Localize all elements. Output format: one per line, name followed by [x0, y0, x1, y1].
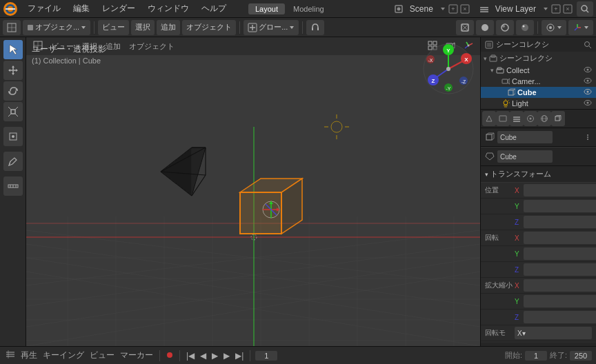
next-frame-button[interactable]: ▶	[222, 351, 231, 361]
overlay-button[interactable]	[542, 20, 566, 35]
editor-type-button[interactable]	[3, 20, 21, 35]
prop-extra-icon[interactable]	[584, 133, 592, 141]
rotation-x-field[interactable]	[524, 232, 596, 244]
svg-rect-187	[513, 121, 520, 122]
props-view-layer-tab[interactable]	[510, 111, 524, 126]
tab-modeling[interactable]: Modeling	[286, 3, 331, 14]
viewport-object-menu[interactable]: オブジェクト	[126, 41, 177, 52]
jump-start-button[interactable]: |◀	[185, 351, 196, 361]
light-icon	[501, 99, 510, 108]
svg-point-206	[587, 136, 588, 138]
keying-menu[interactable]: キーイング	[41, 350, 86, 361]
magnet-button[interactable]	[306, 20, 324, 35]
scale-x-field[interactable]	[524, 279, 596, 292]
svg-point-62	[12, 135, 14, 138]
timeline-sep-3	[250, 350, 250, 361]
outliner-item-light[interactable]: ▾ Light	[481, 98, 596, 109]
measure-tool[interactable]	[3, 176, 23, 196]
scene-collection-icon	[489, 54, 497, 63]
transform-tool[interactable]	[3, 127, 23, 146]
transform2-icon	[8, 131, 19, 142]
svg-marker-46	[584, 26, 588, 29]
location-z-field[interactable]	[524, 216, 596, 228]
scale-y-field[interactable]	[524, 295, 596, 307]
outliner-scene-collection[interactable]: ▾ シーンコレクシ	[481, 52, 596, 65]
gizmo-button[interactable]	[568, 20, 593, 35]
props-scene-tab[interactable]	[524, 111, 537, 126]
playback-menu[interactable]: 再生	[19, 350, 39, 361]
prev-frame-button[interactable]: ◀	[199, 351, 208, 361]
add-menu-button[interactable]: 追加	[157, 20, 180, 35]
location-x-field[interactable]	[524, 184, 596, 196]
view-menu-button[interactable]: ビュー	[98, 20, 129, 35]
location-y-field[interactable]	[524, 200, 596, 212]
menu-edit[interactable]: 編集	[68, 1, 95, 16]
move-tool[interactable]	[3, 61, 23, 80]
marker-menu[interactable]: マーカー	[119, 350, 155, 361]
svg-text:+: +	[554, 6, 557, 12]
separator-2	[239, 21, 240, 34]
start-frame[interactable]: 1	[525, 351, 547, 361]
rotation-y-field[interactable]	[524, 247, 596, 260]
svg-point-37	[502, 25, 505, 28]
location-y-row: Y 🔒	[481, 199, 596, 214]
cube-label: Cube	[517, 88, 537, 97]
select-menu-button[interactable]: 選択	[131, 20, 155, 35]
outliner-item-cube[interactable]: ▾ Cube	[481, 87, 596, 98]
menu-help[interactable]: ヘルプ	[196, 1, 232, 16]
annotate-tool[interactable]	[3, 152, 23, 171]
record-icon	[166, 352, 173, 358]
menu-render[interactable]: レンダー	[97, 1, 141, 16]
rotation-mode-select[interactable]: X▾	[515, 327, 592, 339]
data-name-field[interactable]	[497, 150, 553, 163]
transform-button[interactable]: グロー...	[244, 20, 299, 35]
tab-layout[interactable]: Layout	[248, 3, 285, 14]
scale-tool[interactable]	[3, 102, 23, 121]
camera-visibility[interactable]	[584, 77, 592, 85]
play-button[interactable]: ▶	[210, 351, 219, 361]
jump-end-button[interactable]: ▶|	[234, 351, 245, 361]
timeline-type-button[interactable]	[4, 350, 17, 361]
props-output-tab[interactable]	[496, 111, 510, 126]
outliner-item-camera[interactable]: ▾ Camer...	[481, 76, 596, 87]
viewport[interactable]: ビュー 選択 追加 オブジェクト	[26, 37, 480, 346]
outliner-search-icon[interactable]	[584, 41, 592, 49]
svg-line-177	[508, 101, 509, 101]
search-button[interactable]	[577, 1, 593, 17]
separator-1	[94, 21, 95, 34]
rotation-z-field[interactable]	[524, 263, 596, 276]
svg-rect-193	[555, 117, 559, 121]
scene-label[interactable]: Scene	[406, 3, 437, 15]
scale-z-field[interactable]	[524, 311, 596, 323]
viewport-shading-solid[interactable]	[476, 20, 494, 35]
current-frame[interactable]: 1	[255, 351, 277, 361]
outliner-item-collection[interactable]: ▾ Collect	[481, 65, 596, 76]
props-render-tab[interactable]	[482, 111, 496, 126]
navigation-gizmo[interactable]: X Y Z -X -Y -Z	[422, 43, 475, 95]
rotate-tool[interactable]	[3, 81, 23, 101]
props-object-tab[interactable]	[551, 111, 565, 126]
cube-visibility[interactable]	[584, 88, 592, 97]
timeline-view-menu[interactable]: ビュー	[88, 350, 116, 361]
menu-window[interactable]: ウィンドウ	[142, 1, 195, 16]
end-frame[interactable]: 250	[570, 351, 592, 361]
viewport-shading-material[interactable]	[496, 20, 514, 35]
object-menu-button[interactable]: オブジェクト	[182, 20, 236, 35]
delta-transform-section[interactable]: ▸ デルタトランス	[481, 343, 596, 346]
props-world-tab[interactable]	[537, 111, 551, 126]
mode-select-button[interactable]: オブジェク...	[23, 20, 90, 35]
start-label: 開始:	[505, 350, 522, 361]
select-tool[interactable]	[3, 40, 23, 59]
light-visibility[interactable]	[584, 99, 592, 108]
menu-file[interactable]: ファイル	[22, 1, 66, 16]
collection-visibility[interactable]	[584, 66, 592, 74]
viewport-shading-render[interactable]	[516, 20, 534, 35]
viewport-shading-wire[interactable]	[456, 20, 474, 35]
eye-camera-icon	[584, 77, 592, 84]
view-layer-label[interactable]: View Layer	[491, 3, 540, 15]
record-button[interactable]	[165, 351, 175, 361]
transform-section[interactable]: ▾ トランスフォーム	[481, 166, 596, 183]
scene-remove-icon: ×	[460, 4, 470, 14]
svg-rect-167	[508, 90, 513, 95]
object-name-field[interactable]	[497, 131, 553, 143]
